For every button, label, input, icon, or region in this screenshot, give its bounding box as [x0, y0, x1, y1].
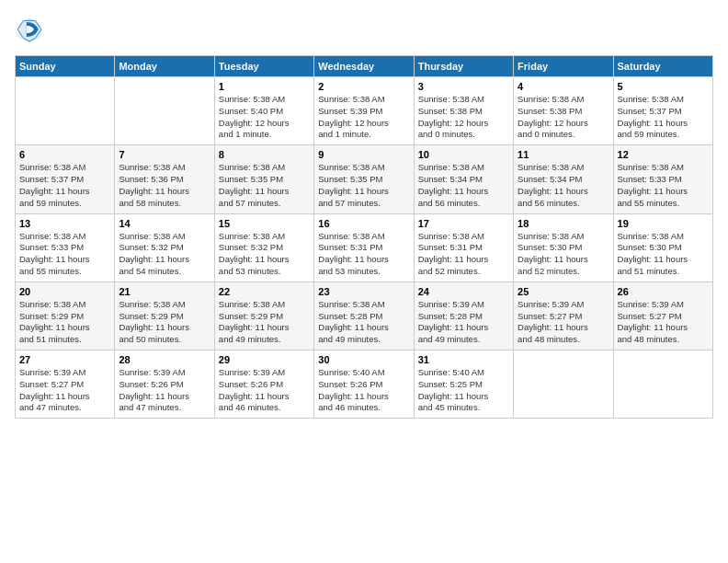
day-info: Sunrise: 5:38 AM Sunset: 5:37 PM Dayligh… — [618, 94, 709, 141]
calendar-cell: 16Sunrise: 5:38 AM Sunset: 5:31 PM Dayli… — [314, 213, 414, 282]
day-info: Sunrise: 5:39 AM Sunset: 5:27 PM Dayligh… — [618, 299, 709, 346]
week-row-1: 1Sunrise: 5:38 AM Sunset: 5:40 PM Daylig… — [16, 77, 713, 145]
day-number: 12 — [618, 149, 709, 160]
calendar-cell: 12Sunrise: 5:38 AM Sunset: 5:33 PM Dayli… — [613, 145, 712, 213]
day-info: Sunrise: 5:38 AM Sunset: 5:35 PM Dayligh… — [219, 162, 310, 209]
logo — [15, 15, 48, 44]
day-number: 27 — [19, 354, 110, 365]
calendar-cell: 13Sunrise: 5:38 AM Sunset: 5:33 PM Dayli… — [16, 213, 115, 282]
day-number: 24 — [418, 286, 509, 297]
day-number: 28 — [119, 354, 210, 365]
day-info: Sunrise: 5:38 AM Sunset: 5:39 PM Dayligh… — [318, 94, 409, 141]
calendar-cell: 17Sunrise: 5:38 AM Sunset: 5:31 PM Dayli… — [414, 213, 513, 282]
weekday-header-wednesday: Wednesday — [314, 56, 414, 77]
day-info: Sunrise: 5:38 AM Sunset: 5:30 PM Dayligh… — [518, 231, 609, 278]
weekday-header-saturday: Saturday — [613, 56, 712, 77]
calendar-cell: 21Sunrise: 5:38 AM Sunset: 5:29 PM Dayli… — [115, 282, 214, 350]
calendar-cell: 15Sunrise: 5:38 AM Sunset: 5:32 PM Dayli… — [214, 213, 313, 282]
calendar-cell: 19Sunrise: 5:38 AM Sunset: 5:30 PM Dayli… — [613, 213, 712, 282]
day-info: Sunrise: 5:38 AM Sunset: 5:34 PM Dayligh… — [518, 162, 609, 209]
weekday-header-thursday: Thursday — [414, 56, 513, 77]
day-number: 13 — [19, 218, 110, 229]
calendar-cell: 1Sunrise: 5:38 AM Sunset: 5:40 PM Daylig… — [214, 77, 313, 145]
day-info: Sunrise: 5:38 AM Sunset: 5:29 PM Dayligh… — [19, 299, 110, 346]
day-number: 7 — [119, 149, 210, 160]
weekday-header-tuesday: Tuesday — [214, 56, 313, 77]
day-info: Sunrise: 5:40 AM Sunset: 5:26 PM Dayligh… — [318, 367, 409, 414]
calendar-cell: 11Sunrise: 5:38 AM Sunset: 5:34 PM Dayli… — [514, 145, 613, 213]
day-number: 22 — [219, 286, 310, 297]
calendar-cell — [613, 350, 712, 419]
weekday-header-friday: Friday — [514, 56, 613, 77]
calendar-cell: 27Sunrise: 5:39 AM Sunset: 5:27 PM Dayli… — [16, 350, 115, 419]
day-info: Sunrise: 5:38 AM Sunset: 5:36 PM Dayligh… — [119, 162, 210, 209]
day-info: Sunrise: 5:38 AM Sunset: 5:38 PM Dayligh… — [418, 94, 509, 141]
calendar-cell: 2Sunrise: 5:38 AM Sunset: 5:39 PM Daylig… — [314, 77, 414, 145]
week-row-5: 27Sunrise: 5:39 AM Sunset: 5:27 PM Dayli… — [16, 350, 713, 419]
day-number: 19 — [618, 218, 709, 229]
day-number: 6 — [19, 149, 110, 160]
day-info: Sunrise: 5:38 AM Sunset: 5:30 PM Dayligh… — [618, 231, 709, 278]
day-info: Sunrise: 5:39 AM Sunset: 5:26 PM Dayligh… — [119, 367, 210, 414]
weekday-header-monday: Monday — [115, 56, 214, 77]
day-number: 23 — [318, 286, 409, 297]
calendar-cell: 23Sunrise: 5:38 AM Sunset: 5:28 PM Dayli… — [314, 282, 414, 350]
calendar-cell: 5Sunrise: 5:38 AM Sunset: 5:37 PM Daylig… — [613, 77, 712, 145]
weekday-header-row: SundayMondayTuesdayWednesdayThursdayFrid… — [16, 56, 713, 77]
calendar-cell: 10Sunrise: 5:38 AM Sunset: 5:34 PM Dayli… — [414, 145, 513, 213]
day-number: 15 — [219, 218, 310, 229]
day-number: 30 — [318, 354, 409, 365]
day-number: 8 — [219, 149, 310, 160]
day-number: 16 — [318, 218, 409, 229]
day-number: 25 — [518, 286, 609, 297]
calendar-cell: 22Sunrise: 5:38 AM Sunset: 5:29 PM Dayli… — [214, 282, 313, 350]
day-info: Sunrise: 5:38 AM Sunset: 5:33 PM Dayligh… — [618, 162, 709, 209]
day-info: Sunrise: 5:38 AM Sunset: 5:32 PM Dayligh… — [219, 231, 310, 278]
calendar-cell: 30Sunrise: 5:40 AM Sunset: 5:26 PM Dayli… — [314, 350, 414, 419]
day-info: Sunrise: 5:40 AM Sunset: 5:25 PM Dayligh… — [418, 367, 509, 414]
day-number: 31 — [418, 354, 509, 365]
calendar-cell: 24Sunrise: 5:39 AM Sunset: 5:28 PM Dayli… — [414, 282, 513, 350]
day-info: Sunrise: 5:38 AM Sunset: 5:29 PM Dayligh… — [119, 299, 210, 346]
day-number: 4 — [518, 81, 609, 92]
calendar: SundayMondayTuesdayWednesdayThursdayFrid… — [15, 55, 713, 419]
calendar-cell — [16, 77, 115, 145]
calendar-cell: 6Sunrise: 5:38 AM Sunset: 5:37 PM Daylig… — [16, 145, 115, 213]
calendar-cell: 26Sunrise: 5:39 AM Sunset: 5:27 PM Dayli… — [613, 282, 712, 350]
day-info: Sunrise: 5:38 AM Sunset: 5:32 PM Dayligh… — [119, 231, 210, 278]
day-info: Sunrise: 5:38 AM Sunset: 5:37 PM Dayligh… — [19, 162, 110, 209]
day-number: 29 — [219, 354, 310, 365]
day-number: 17 — [418, 218, 509, 229]
calendar-cell — [514, 350, 613, 419]
day-info: Sunrise: 5:39 AM Sunset: 5:27 PM Dayligh… — [19, 367, 110, 414]
calendar-cell: 8Sunrise: 5:38 AM Sunset: 5:35 PM Daylig… — [214, 145, 313, 213]
day-info: Sunrise: 5:38 AM Sunset: 5:28 PM Dayligh… — [318, 299, 409, 346]
day-info: Sunrise: 5:38 AM Sunset: 5:31 PM Dayligh… — [318, 231, 409, 278]
day-info: Sunrise: 5:38 AM Sunset: 5:38 PM Dayligh… — [518, 94, 609, 141]
calendar-cell: 18Sunrise: 5:38 AM Sunset: 5:30 PM Dayli… — [514, 213, 613, 282]
week-row-2: 6Sunrise: 5:38 AM Sunset: 5:37 PM Daylig… — [16, 145, 713, 213]
page-header — [15, 15, 713, 44]
day-info: Sunrise: 5:38 AM Sunset: 5:40 PM Dayligh… — [219, 94, 310, 141]
day-number: 11 — [518, 149, 609, 160]
day-number: 5 — [618, 81, 709, 92]
day-number: 14 — [119, 218, 210, 229]
day-number: 20 — [19, 286, 110, 297]
day-info: Sunrise: 5:38 AM Sunset: 5:29 PM Dayligh… — [219, 299, 310, 346]
day-info: Sunrise: 5:38 AM Sunset: 5:35 PM Dayligh… — [318, 162, 409, 209]
calendar-cell — [115, 77, 214, 145]
calendar-cell: 7Sunrise: 5:38 AM Sunset: 5:36 PM Daylig… — [115, 145, 214, 213]
day-number: 26 — [618, 286, 709, 297]
day-number: 3 — [418, 81, 509, 92]
day-info: Sunrise: 5:38 AM Sunset: 5:33 PM Dayligh… — [19, 231, 110, 278]
day-number: 2 — [318, 81, 409, 92]
week-row-4: 20Sunrise: 5:38 AM Sunset: 5:29 PM Dayli… — [16, 282, 713, 350]
calendar-cell: 3Sunrise: 5:38 AM Sunset: 5:38 PM Daylig… — [414, 77, 513, 145]
calendar-cell: 14Sunrise: 5:38 AM Sunset: 5:32 PM Dayli… — [115, 213, 214, 282]
day-info: Sunrise: 5:38 AM Sunset: 5:31 PM Dayligh… — [418, 231, 509, 278]
day-info: Sunrise: 5:39 AM Sunset: 5:26 PM Dayligh… — [219, 367, 310, 414]
calendar-cell: 4Sunrise: 5:38 AM Sunset: 5:38 PM Daylig… — [514, 77, 613, 145]
day-info: Sunrise: 5:38 AM Sunset: 5:34 PM Dayligh… — [418, 162, 509, 209]
day-number: 21 — [119, 286, 210, 297]
calendar-cell: 20Sunrise: 5:38 AM Sunset: 5:29 PM Dayli… — [16, 282, 115, 350]
